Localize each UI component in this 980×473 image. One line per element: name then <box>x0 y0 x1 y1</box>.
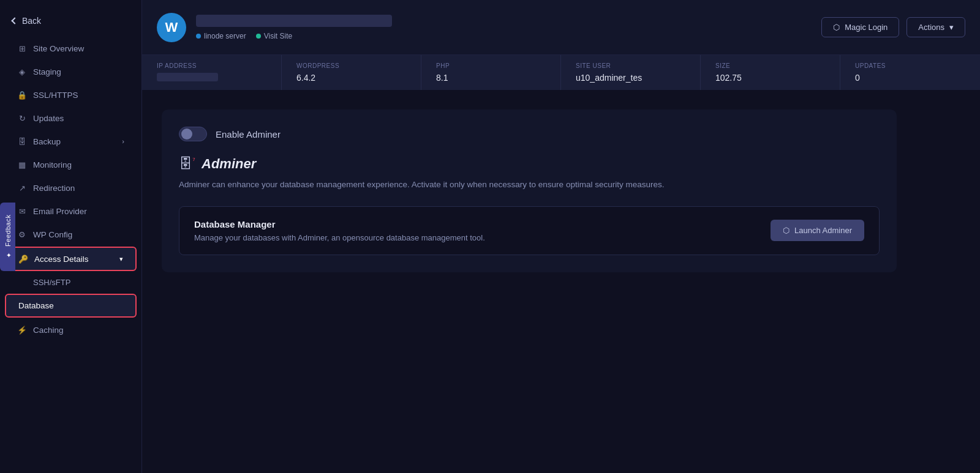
header: W linode server Visit Site ⬡ Magic Login <box>142 0 980 55</box>
chevron-down-icon: ▾ <box>119 255 123 263</box>
linode-badge: linode server <box>196 32 246 40</box>
adminer-section: Enable Adminer 🗄⁷ Adminer Adminer can en… <box>162 110 897 272</box>
ssh-sftp-label: SSH/sFTP <box>33 278 70 287</box>
stat-label-size: SIZE <box>715 62 825 69</box>
adminer-icon: 🗄⁷ <box>179 156 195 172</box>
sidebar-item-label: Staging <box>33 67 61 76</box>
stat-ip-address: IP ADDRESS <box>142 55 282 90</box>
sidebar-item-ssl[interactable]: 🔒 SSL/HTTPS <box>5 84 137 106</box>
site-badges: linode server Visit Site <box>196 32 821 40</box>
toggle-knob <box>181 128 192 140</box>
stat-value-bar-ip <box>157 73 218 81</box>
adminer-title: Adminer <box>202 156 256 172</box>
database-manager-card: Database Manager Manage your databases w… <box>179 206 880 255</box>
main-content: W linode server Visit Site ⬡ Magic Login <box>142 0 980 473</box>
stat-value-updates: 0 <box>855 73 965 83</box>
sidebar-item-site-overview[interactable]: ⊞ Site Overview <box>5 37 137 59</box>
sidebar-item-email-provider[interactable]: ✉ Email Provider <box>5 200 137 222</box>
visit-site-label: Visit Site <box>264 32 292 40</box>
stat-value-user: u10_adminer_tes <box>576 73 685 83</box>
ssl-icon: 🔒 <box>17 90 27 100</box>
stat-updates: UPDATES 0 <box>840 55 980 90</box>
stat-value-wp: 6.4.2 <box>296 73 406 83</box>
back-button[interactable]: Back <box>0 10 141 32</box>
magic-login-button[interactable]: ⬡ Magic Login <box>821 17 899 37</box>
sidebar-item-database[interactable]: Database <box>5 294 137 318</box>
stat-label-ip: IP ADDRESS <box>157 62 266 69</box>
visit-dot <box>256 34 261 39</box>
stat-value-php: 8.1 <box>436 73 546 83</box>
sidebar-item-label: Monitoring <box>33 160 72 169</box>
redirection-icon: ↗ <box>17 183 27 193</box>
db-manager-info: Database Manager Manage your databases w… <box>194 219 485 242</box>
adminer-title-row: 🗄⁷ Adminer <box>179 156 880 172</box>
stat-size: SIZE 102.75 <box>701 55 840 90</box>
wp-config-icon: ⚙ <box>17 229 27 239</box>
stat-site-user: SITE USER u10_adminer_tes <box>561 55 701 90</box>
stat-value-size: 102.75 <box>715 73 825 83</box>
sidebar-item-label: Site Overview <box>33 44 84 53</box>
sidebar-item-caching[interactable]: ⚡ Caching <box>5 319 137 341</box>
sidebar: Back ⊞ Site Overview ◈ Staging 🔒 SSL/HTT… <box>0 0 142 473</box>
staging-icon: ◈ <box>17 67 27 76</box>
feedback-icon: ✦ <box>4 250 12 259</box>
sidebar-item-ssh-sftp[interactable]: SSH/sFTP <box>5 272 137 292</box>
header-actions: ⬡ Magic Login Actions ▾ <box>821 17 965 37</box>
adminer-title-text: Adminer <box>202 156 256 171</box>
back-label: Back <box>22 16 41 26</box>
sidebar-item-label: SSL/HTTPS <box>33 91 78 100</box>
stat-label-updates: UPDATES <box>855 62 965 69</box>
caching-icon: ⚡ <box>17 325 27 335</box>
updates-icon: ↻ <box>17 113 27 123</box>
sidebar-item-label: Updates <box>33 114 64 123</box>
adminer-description: Adminer can enhance your database manage… <box>179 178 880 192</box>
chevron-left-icon <box>11 17 18 24</box>
sidebar-item-staging[interactable]: ◈ Staging <box>5 61 137 83</box>
enable-adminer-toggle[interactable] <box>179 127 207 141</box>
db-manager-title: Database Manager <box>194 219 485 229</box>
stat-label-user: SITE USER <box>576 62 685 69</box>
magic-login-icon: ⬡ <box>833 23 840 32</box>
actions-button[interactable]: Actions ▾ <box>907 17 965 37</box>
sidebar-item-access-details[interactable]: 🔑 Access Details ▾ <box>5 247 137 271</box>
stats-bar: IP ADDRESS WORDPRESS 6.4.2 PHP 8.1 SITE … <box>142 55 980 90</box>
database-label: Database <box>18 301 54 310</box>
sidebar-item-label: Backup <box>33 137 61 146</box>
stat-wordpress: WORDPRESS 6.4.2 <box>282 55 421 90</box>
linode-label: linode server <box>204 32 246 40</box>
sidebar-item-updates[interactable]: ↻ Updates <box>5 107 137 129</box>
backup-icon: 🗄 <box>17 136 27 146</box>
sidebar-item-redirection[interactable]: ↗ Redirection <box>5 177 137 199</box>
actions-label: Actions <box>918 23 944 32</box>
feedback-tab[interactable]: ✦ Feedback <box>0 203 15 271</box>
actions-chevron-icon: ▾ <box>949 23 954 32</box>
sidebar-item-wp-config[interactable]: ⚙ WP Config <box>5 223 137 245</box>
content-area: Enable Adminer 🗄⁷ Adminer Adminer can en… <box>142 90 980 473</box>
wp-logo: W <box>157 13 186 42</box>
visit-site-badge[interactable]: Visit Site <box>256 32 292 40</box>
email-icon: ✉ <box>17 206 27 216</box>
site-info: linode server Visit Site <box>196 15 821 40</box>
toggle-label: Enable Adminer <box>216 129 281 140</box>
sidebar-item-label: WP Config <box>33 230 72 239</box>
sidebar-item-backup[interactable]: 🗄 Backup › <box>5 130 137 152</box>
sidebar-item-label: Caching <box>33 326 64 335</box>
db-manager-description: Manage your databases with Adminer, an o… <box>194 233 485 242</box>
magic-login-label: Magic Login <box>845 23 888 32</box>
launch-label: Launch Adminer <box>794 226 852 235</box>
sidebar-item-label: Email Provider <box>33 207 87 216</box>
site-overview-icon: ⊞ <box>17 43 27 53</box>
toggle-row: Enable Adminer <box>179 127 880 141</box>
sidebar-item-label: Redirection <box>33 184 75 193</box>
launch-adminer-button[interactable]: ⬡ Launch Adminer <box>771 220 864 241</box>
monitoring-icon: ▦ <box>17 160 27 169</box>
arrow-icon: › <box>122 138 124 145</box>
sidebar-item-label: Access Details <box>34 255 89 264</box>
site-name-bar <box>196 15 392 27</box>
stat-label-wp: WORDPRESS <box>296 62 406 69</box>
feedback-label: Feedback <box>4 215 12 247</box>
linode-dot <box>196 34 201 39</box>
access-details-icon: 🔑 <box>18 254 28 264</box>
stat-php: PHP 8.1 <box>421 55 561 90</box>
sidebar-item-monitoring[interactable]: ▦ Monitoring <box>5 154 137 176</box>
